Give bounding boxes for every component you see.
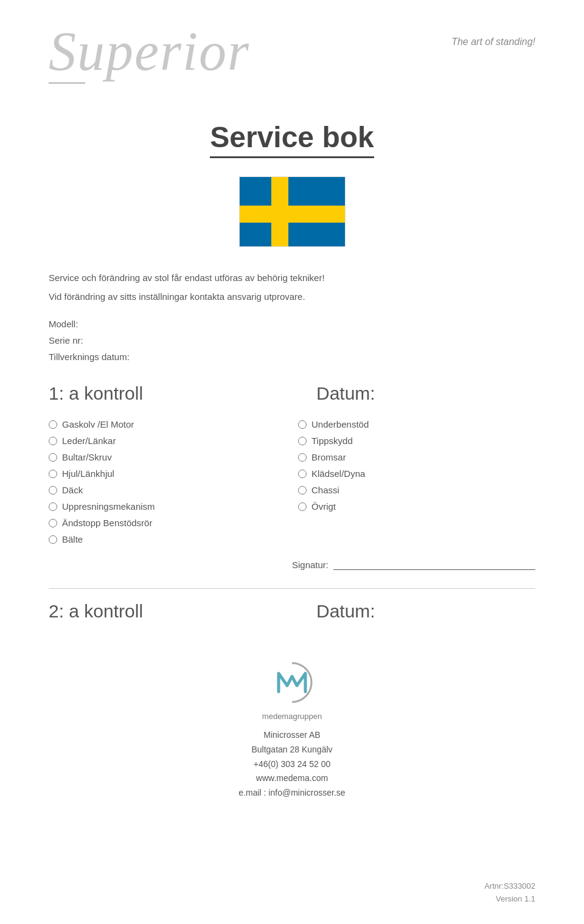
footer-company-name: Minicrosser AB — [238, 728, 345, 743]
disclaimer-line2: Vid förändring av sitts inställningar ko… — [49, 290, 535, 304]
flag-container — [49, 176, 535, 247]
list-item: Leder/Länkar — [49, 432, 286, 449]
list-item: Chassi — [298, 482, 535, 498]
list-item: Underbenstöd — [298, 416, 535, 432]
circle-icon — [298, 453, 307, 462]
info-section: Modell: Serie nr: Tillverknings datum: — [49, 316, 535, 365]
circle-icon — [298, 470, 307, 478]
kontroll2-header: 2: a kontroll Datum: — [49, 601, 535, 622]
list-item: Hjul/Länkhjul — [49, 465, 286, 482]
circle-icon — [298, 486, 307, 495]
circle-icon — [49, 420, 57, 429]
circle-icon — [49, 437, 57, 445]
checklist-right: Underbenstöd Tippskydd Bromsar Klädsel/D… — [298, 416, 535, 547]
circle-icon — [49, 502, 57, 511]
list-item: Övrigt — [298, 498, 535, 515]
artnr-label: Artnr:S333002 — [484, 880, 535, 893]
list-item: Bromsar — [298, 449, 535, 465]
swedish-flag — [239, 176, 346, 247]
tillverknings-label: Tillverknings datum: — [49, 349, 535, 365]
flag-cross-horizontal — [240, 206, 345, 223]
medema-logo-icon — [268, 658, 316, 707]
circle-icon — [49, 453, 57, 462]
flag-cross-vertical — [271, 177, 288, 246]
footer-phone: +46(0) 303 24 52 00 — [238, 757, 345, 772]
signature-label: Signatur: — [292, 560, 328, 570]
list-item: Bultar/Skruv — [49, 449, 286, 465]
disclaimer-section: Service och förändring av stol får endas… — [49, 271, 535, 304]
circle-icon — [49, 470, 57, 478]
circle-icon — [49, 486, 57, 495]
kontroll2-title: 2: a kontroll — [49, 601, 292, 622]
kontroll1-header: 1: a kontroll Datum: — [49, 383, 535, 404]
serie-label: Serie nr: — [49, 332, 535, 349]
logo-superior: Superior — [49, 24, 250, 84]
disclaimer-line1: Service och förändring av stol får endas… — [49, 271, 535, 285]
circle-icon — [298, 420, 307, 429]
header: Superior The art of standing! — [49, 24, 535, 84]
list-item: Uppresningsmekanism — [49, 498, 286, 515]
list-item: Däck — [49, 482, 286, 498]
signature-line — [333, 569, 535, 570]
footer-email: e.mail : info@minicrosser.se — [238, 786, 345, 801]
checklist-left: Gaskolv /El Motor Leder/Länkar Bultar/Sk… — [49, 416, 286, 547]
signature-row: Signatur: — [49, 560, 535, 570]
title-section: Service bok — [49, 120, 535, 158]
circle-icon — [298, 437, 307, 445]
footer-brand-label: medemagruppen — [262, 712, 322, 721]
list-item: Bälte — [49, 531, 286, 547]
kontroll1-checklist: Gaskolv /El Motor Leder/Länkar Bultar/Sk… — [49, 416, 535, 547]
circle-icon — [298, 502, 307, 511]
modell-label: Modell: — [49, 316, 535, 332]
section-divider — [49, 588, 535, 589]
footer-website: www.medema.com — [238, 771, 345, 786]
footer-address: Bultgatan 28 Kungälv — [238, 743, 345, 757]
version-label: Version 1.1 — [484, 893, 535, 906]
footer-section: medemagruppen Minicrosser AB Bultgatan 2… — [49, 658, 535, 801]
page-title: Service bok — [210, 120, 374, 158]
kontroll1-datum: Datum: — [292, 383, 535, 404]
tagline: The art of standing! — [451, 36, 535, 47]
kontroll2-datum: Datum: — [292, 601, 535, 622]
bottom-right: Artnr:S333002 Version 1.1 — [484, 880, 535, 906]
list-item: Gaskolv /El Motor — [49, 416, 286, 432]
page: Superior The art of standing! Service bo… — [0, 0, 584, 924]
footer-company-info: Minicrosser AB Bultgatan 28 Kungälv +46(… — [238, 728, 345, 801]
circle-icon — [49, 519, 57, 527]
circle-icon — [49, 535, 57, 544]
kontroll1-title: 1: a kontroll — [49, 383, 292, 404]
list-item: Ändstopp Benstödsrör — [49, 515, 286, 531]
list-item: Tippskydd — [298, 432, 535, 449]
list-item: Klädsel/Dyna — [298, 465, 535, 482]
